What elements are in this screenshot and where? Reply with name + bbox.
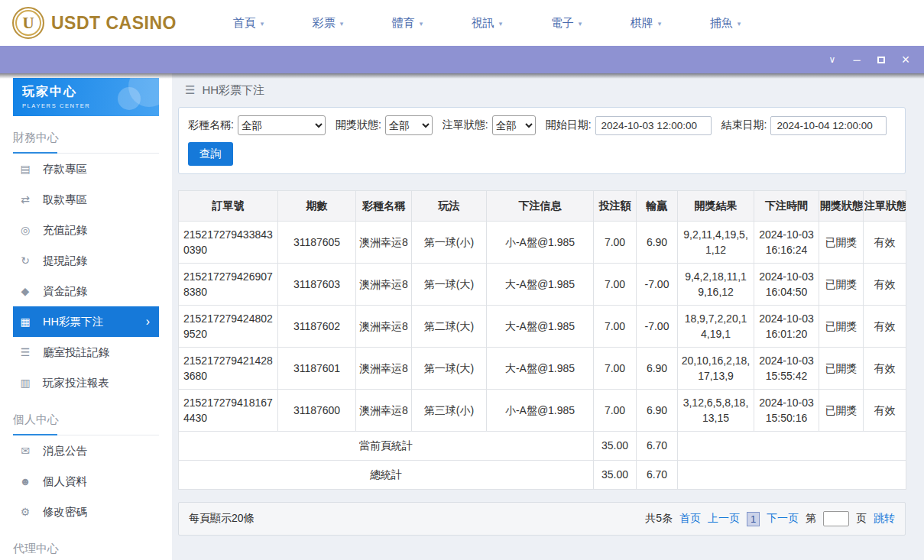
nav-item-fishing[interactable]: 捕魚 ▾ [686, 16, 765, 31]
sidebar-item-funds-record[interactable]: ◆ 資金記錄 [13, 276, 159, 306]
nav-item-home[interactable]: 首頁 ▾ [209, 16, 288, 31]
cell-period: 31187600 [278, 390, 356, 432]
sidebar-item-change-password[interactable]: ⚙ 修改密碼 [13, 497, 159, 527]
sidebar-item-profile[interactable]: ☻ 個人資料 [13, 466, 159, 497]
cell-period: 31187605 [278, 222, 356, 264]
grand-total-row: 總統計 35.00 6.70 [179, 461, 906, 490]
current-page-indicator[interactable]: 1 [747, 512, 760, 526]
page-jump-input[interactable] [823, 511, 849, 526]
prev-page-link[interactable]: 上一页 [708, 512, 740, 526]
nav-item-board-games[interactable]: 棋牌 ▾ [606, 16, 686, 31]
cell-draw-result: 20,10,16,2,18,17,13,9 [678, 348, 754, 390]
col-header-period: 期數 [278, 191, 356, 222]
cell-order-id: 2152172794269078380 [179, 264, 278, 306]
user-icon: ☻ [18, 475, 33, 487]
chevron-down-icon: ▾ [579, 18, 582, 28]
nav-label: 體育 [392, 16, 415, 31]
cell-play-type: 第二球(大) [412, 306, 487, 348]
nav-item-lottery[interactable]: 彩票 ▾ [288, 16, 368, 31]
page-total-label: 當前頁統計 [179, 432, 594, 461]
nav-item-slots[interactable]: 電子 ▾ [527, 16, 606, 31]
sidebar-item-recharge-record[interactable]: ◎ 充值記錄 [13, 215, 159, 245]
deposit-icon: ▤ [18, 163, 33, 175]
cell-bet-time: 2024-10-03 15:50:16 [754, 390, 819, 432]
nav-label: 電子 [551, 16, 574, 31]
content-area: 玩家中心 PLAYERS CENTER 財務中心 ▤ 存款專區 ⇄ 取款專區 ◎… [0, 73, 924, 560]
sidebar-item-player-bet-report[interactable]: ▥ 玩家投注報表 [13, 367, 159, 398]
order-status-label: 注單狀態: [443, 118, 488, 132]
order-status-select[interactable]: 全部 [492, 115, 536, 135]
cell-win-loss: 6.90 [637, 222, 678, 264]
cell-draw-status: 已開獎 [819, 348, 864, 390]
col-header-order-id: 訂單號 [179, 191, 278, 222]
col-header-lottery-name: 彩種名稱 [356, 191, 412, 222]
col-header-bet-info: 下注信息 [487, 191, 594, 222]
chevron-down-icon: ▾ [420, 18, 423, 28]
sidebar-item-withdraw[interactable]: ⇄ 取款專區 [13, 184, 159, 215]
sidebar-item-withdrawal-record[interactable]: ↻ 提現記錄 [13, 245, 159, 276]
start-date-label: 開始日期: [546, 118, 592, 132]
cell-bet-info: 小-A盤@1.985 [487, 390, 594, 432]
sidebar-item-hall-bet-record[interactable]: ☰ 廳室投註記錄 [13, 337, 159, 367]
filter-group-lottery: 彩種名稱: 全部 [188, 115, 326, 135]
cell-draw-result: 9,2,11,4,19,5,1,12 [678, 222, 754, 264]
page-size-text: 每頁顯示20條 [189, 512, 255, 526]
cell-bet-amount: 7.00 [594, 264, 637, 306]
maximize-button[interactable] [869, 46, 893, 73]
page-total-empty [678, 432, 906, 461]
cell-order-id: 2152172794248029520 [179, 306, 278, 348]
hamburger-menu-icon[interactable]: ☰ [185, 83, 195, 97]
cell-bet-amount: 7.00 [594, 222, 637, 264]
minimize-button[interactable]: ─ [845, 46, 869, 73]
sidebar-item-label: 資金記錄 [43, 284, 87, 299]
start-date-input[interactable] [595, 116, 712, 135]
sidebar-item-deposit[interactable]: ▤ 存款專區 [13, 154, 159, 184]
jump-button[interactable]: 跳转 [874, 512, 895, 526]
filter-row: 彩種名稱: 全部 開獎狀態: 全部 注單狀態: 全部 [188, 115, 896, 135]
end-date-input[interactable] [770, 116, 887, 135]
sidebar-item-label: 廳室投註記錄 [43, 345, 109, 360]
cell-lottery-name: 澳洲幸运8 [356, 306, 412, 348]
col-header-bet-amount: 投注額 [594, 191, 637, 222]
cell-bet-time: 2024-10-03 16:04:50 [754, 264, 819, 306]
col-header-order-status: 注單狀態 [864, 191, 906, 222]
close-button[interactable]: × [893, 46, 918, 73]
cell-draw-status: 已開獎 [819, 390, 864, 432]
nav-item-sports[interactable]: 體育 ▾ [368, 16, 447, 31]
lottery-name-select[interactable]: 全部 [238, 115, 326, 135]
sidebar-item-label: 存款專區 [43, 162, 87, 176]
col-header-draw-result: 開獎結果 [678, 191, 754, 222]
cell-order-status: 有效 [864, 306, 906, 348]
sidebar-item-announcements[interactable]: ✉ 消息公告 [13, 435, 159, 466]
cell-lottery-name: 澳洲幸运8 [356, 390, 412, 432]
sidebar-item-label: HH彩票下注 [43, 315, 103, 329]
cell-draw-result: 18,9,7,2,20,14,19,1 [678, 306, 754, 348]
col-header-play-type: 玩法 [412, 191, 487, 222]
chevron-right-icon: › [146, 316, 150, 328]
table-row: 2152172794248029520 31187602 澳洲幸运8 第二球(大… [179, 306, 906, 348]
search-button[interactable]: 查詢 [188, 142, 233, 166]
cell-bet-info: 大-A盤@1.985 [487, 306, 594, 348]
next-page-link[interactable]: 下一页 [767, 512, 799, 526]
withdraw-icon: ⇄ [18, 193, 33, 206]
gear-icon: ⚙ [18, 506, 33, 518]
report-icon: ▥ [18, 377, 33, 389]
document-icon: ▦ [18, 316, 33, 328]
nav-item-video[interactable]: 視訊 ▾ [447, 16, 527, 31]
filter-panel: 彩種名稱: 全部 開獎狀態: 全部 注單狀態: 全部 [178, 107, 906, 174]
chevron-down-icon: ▾ [738, 18, 741, 28]
draw-status-label: 開獎狀態: [336, 118, 381, 132]
first-page-link[interactable]: 首页 [679, 512, 701, 526]
cell-draw-status: 已開獎 [819, 264, 864, 306]
sidebar-item-hh-lottery-bets[interactable]: ▦ HH彩票下注 › [13, 306, 159, 337]
cell-bet-time: 2024-10-03 16:16:24 [754, 222, 819, 264]
nav-label: 彩票 [313, 16, 336, 31]
sidebar-header: 玩家中心 PLAYERS CENTER [13, 78, 159, 116]
draw-status-select[interactable]: 全部 [385, 115, 433, 135]
collapse-button[interactable]: ∨ [820, 46, 845, 73]
cell-play-type: 第一球(大) [412, 264, 487, 306]
logo-icon: U [12, 7, 44, 39]
players-center-subtitle: PLAYERS CENTER [22, 102, 150, 109]
logo[interactable]: U USDT CASINO [12, 7, 177, 39]
cell-period: 31187603 [278, 264, 356, 306]
